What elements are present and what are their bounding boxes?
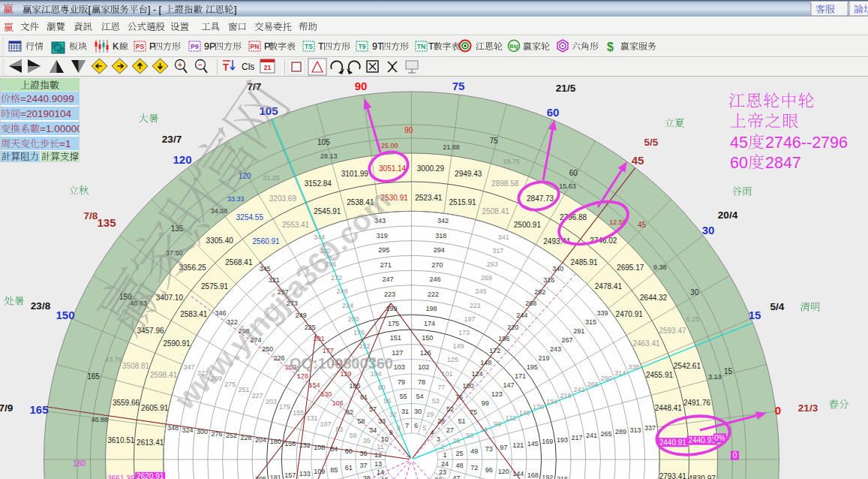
svg-text:3661.36: 3661.36 bbox=[107, 474, 135, 479]
svg-text:36: 36 bbox=[359, 450, 367, 457]
svg-text:127: 127 bbox=[392, 349, 403, 357]
svg-text:60: 60 bbox=[730, 154, 748, 172]
svg-text:32: 32 bbox=[389, 411, 397, 418]
svg-text:135: 135 bbox=[97, 216, 116, 229]
svg-text:49: 49 bbox=[470, 447, 478, 455]
svg-text:5/4: 5/4 bbox=[770, 301, 785, 312]
svg-text:201: 201 bbox=[314, 335, 325, 342]
svg-text:152: 152 bbox=[359, 342, 370, 350]
svg-text:28: 28 bbox=[437, 417, 445, 425]
svg-text:340: 340 bbox=[552, 265, 563, 273]
svg-text:2847: 2847 bbox=[765, 154, 801, 172]
svg-text:315: 315 bbox=[585, 318, 596, 326]
svg-text:149: 149 bbox=[452, 342, 464, 350]
svg-text:2470.91: 2470.91 bbox=[616, 310, 644, 318]
svg-text:10: 10 bbox=[381, 435, 389, 443]
svg-text:170: 170 bbox=[533, 403, 544, 411]
svg-text:Big: Big bbox=[509, 44, 518, 50]
svg-text:K: K bbox=[113, 41, 119, 52]
svg-text:155: 155 bbox=[293, 409, 304, 417]
svg-text:341: 341 bbox=[498, 233, 509, 241]
svg-text:168: 168 bbox=[527, 471, 539, 479]
svg-text:54: 54 bbox=[416, 393, 423, 400]
svg-text:224: 224 bbox=[342, 302, 353, 309]
svg-text:174: 174 bbox=[424, 320, 435, 327]
svg-text:154: 154 bbox=[308, 381, 320, 389]
svg-text:3051.14: 3051.14 bbox=[379, 164, 407, 173]
svg-text:2644.32: 2644.32 bbox=[640, 294, 668, 302]
svg-text:60: 60 bbox=[547, 106, 560, 119]
svg-text:82: 82 bbox=[346, 408, 353, 416]
svg-text:219: 219 bbox=[538, 354, 549, 362]
svg-text:216: 216 bbox=[557, 475, 568, 479]
svg-text:294: 294 bbox=[434, 246, 445, 254]
svg-text:97: 97 bbox=[500, 444, 507, 451]
svg-text:2485.91: 2485.91 bbox=[571, 258, 599, 267]
svg-text:90: 90 bbox=[355, 80, 368, 92]
svg-text:266: 266 bbox=[587, 381, 599, 388]
svg-text:74: 74 bbox=[480, 426, 488, 433]
svg-text:150: 150 bbox=[422, 334, 433, 342]
svg-text:21.88: 21.88 bbox=[443, 143, 460, 151]
svg-text:109: 109 bbox=[314, 468, 325, 475]
svg-text:125: 125 bbox=[447, 356, 458, 363]
svg-text:6.25: 6.25 bbox=[686, 315, 700, 323]
svg-text:9P: 9P bbox=[204, 41, 215, 52]
svg-text:157: 157 bbox=[284, 471, 296, 479]
svg-text:133: 133 bbox=[299, 470, 311, 477]
svg-text:60: 60 bbox=[569, 169, 578, 177]
svg-text:8: 8 bbox=[397, 424, 401, 432]
svg-text:2: 2 bbox=[441, 443, 445, 450]
svg-text:+: + bbox=[178, 61, 182, 69]
svg-text:271: 271 bbox=[380, 261, 392, 269]
svg-text:30: 30 bbox=[414, 408, 422, 415]
svg-text:3610.51: 3610.51 bbox=[107, 436, 135, 444]
svg-text:151: 151 bbox=[390, 334, 401, 342]
svg-text:20/4: 20/4 bbox=[718, 209, 738, 221]
svg-text:T: T bbox=[318, 41, 324, 52]
svg-text:2491.76: 2491.76 bbox=[683, 399, 711, 407]
svg-text:2598.41: 2598.41 bbox=[150, 371, 178, 379]
svg-text:31.25: 31.25 bbox=[263, 174, 280, 182]
svg-text:145: 145 bbox=[527, 440, 539, 447]
svg-text:222: 222 bbox=[428, 291, 439, 298]
svg-text:2542.61: 2542.61 bbox=[674, 362, 701, 370]
svg-text:107: 107 bbox=[320, 420, 332, 428]
svg-text:3254.55: 3254.55 bbox=[236, 213, 264, 221]
svg-text:T: T bbox=[428, 41, 434, 52]
svg-text:120: 120 bbox=[173, 153, 191, 166]
svg-text:85: 85 bbox=[330, 466, 338, 474]
svg-text:11: 11 bbox=[377, 443, 383, 450]
svg-text:43.75: 43.75 bbox=[105, 356, 122, 363]
svg-text:144: 144 bbox=[512, 470, 524, 477]
svg-text:203: 203 bbox=[266, 398, 277, 405]
svg-text:6: 6 bbox=[414, 422, 418, 429]
svg-text:3101.99: 3101.99 bbox=[341, 170, 369, 178]
svg-text:33: 33 bbox=[378, 417, 386, 425]
svg-text:165: 165 bbox=[29, 403, 48, 416]
svg-text:21/5: 21/5 bbox=[556, 83, 576, 94]
svg-text:2560.91: 2560.91 bbox=[253, 237, 281, 246]
svg-text:324: 324 bbox=[182, 426, 193, 434]
svg-text:3203.69: 3203.69 bbox=[269, 194, 297, 203]
svg-text:79: 79 bbox=[398, 378, 405, 386]
svg-text:106: 106 bbox=[332, 399, 344, 407]
svg-text:2793.41: 2793.41 bbox=[659, 472, 687, 479]
svg-text:2545.91: 2545.91 bbox=[314, 207, 341, 215]
svg-text:98: 98 bbox=[494, 420, 501, 428]
svg-text:226: 226 bbox=[274, 354, 285, 362]
svg-text:2568.41: 2568.41 bbox=[225, 258, 253, 267]
svg-text:0: 0 bbox=[733, 451, 737, 459]
svg-text:22: 22 bbox=[434, 476, 442, 479]
svg-text:38: 38 bbox=[363, 474, 371, 479]
svg-text:337: 337 bbox=[644, 424, 656, 432]
svg-text:2500.91: 2500.91 bbox=[514, 221, 542, 229]
svg-text:218: 218 bbox=[560, 392, 571, 399]
svg-text:15: 15 bbox=[724, 367, 733, 375]
svg-text:3.13: 3.13 bbox=[708, 373, 722, 381]
svg-text:269: 269 bbox=[481, 274, 492, 282]
svg-text:221: 221 bbox=[470, 302, 481, 309]
svg-text:58: 58 bbox=[357, 417, 365, 425]
svg-text:317: 317 bbox=[492, 247, 503, 255]
svg-text:2590.91: 2590.91 bbox=[163, 339, 191, 348]
